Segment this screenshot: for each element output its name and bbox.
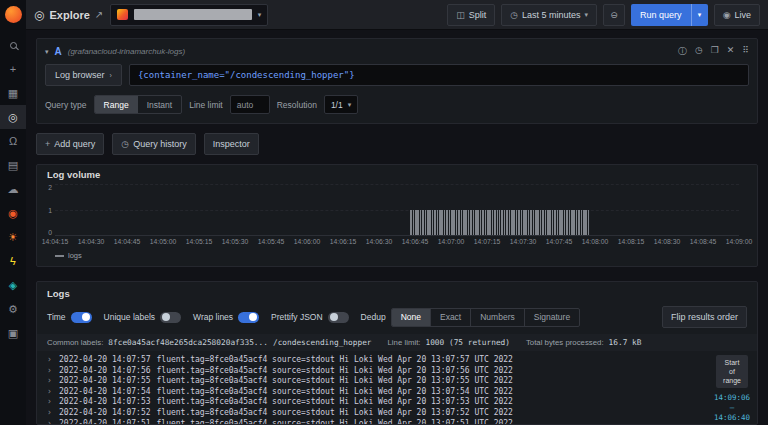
x-tick-label: 14:08:30 xyxy=(654,238,680,245)
log-row[interactable]: ›2022-04-20 14:07:55fluent.tag=8fce0a45a… xyxy=(47,376,705,387)
explore-icon[interactable]: ◎ xyxy=(0,105,26,129)
log-row[interactable]: ›2022-04-20 14:07:54fluent.tag=8fce0a45a… xyxy=(47,387,705,398)
line-limit-input[interactable]: auto xyxy=(230,95,270,114)
log-row[interactable]: ›2022-04-20 14:07:51fluent.tag=8fce0a45a… xyxy=(47,419,705,424)
incident-icon[interactable]: ☀ xyxy=(0,225,26,249)
x-tick-label: 14:05:00 xyxy=(150,238,176,245)
gridline xyxy=(55,210,739,211)
expand-chevron-icon[interactable]: › xyxy=(47,355,53,366)
performance-bolt-icon[interactable]: ϟ xyxy=(0,249,26,273)
split-button[interactable]: ◫ Split xyxy=(447,4,495,26)
common-labels-hash: 8fce0a45acf48e265dca258020af335... xyxy=(108,338,268,347)
log-line: fluent.tag=8fce0a45acf4 source=stdout Hi… xyxy=(157,366,513,377)
time-toggle[interactable] xyxy=(71,312,92,323)
live-broadcast-icon: ◉ xyxy=(723,10,731,20)
run-query-caret[interactable]: ▾ xyxy=(691,4,708,26)
loki-logo xyxy=(117,9,128,20)
dedup-control: Dedup NoneExactNumbersSignature xyxy=(361,308,581,327)
run-query-button[interactable]: Run query ▾ xyxy=(631,4,708,26)
dashboards-icon-glyph: ▦ xyxy=(8,87,18,100)
expand-chevron-icon[interactable]: › xyxy=(47,408,53,419)
query-history-button[interactable]: ◷ Query history xyxy=(112,133,195,155)
docs-icon[interactable]: ▤ xyxy=(0,153,26,177)
expand-chevron-icon[interactable]: › xyxy=(47,387,53,398)
dedup-option-numbers[interactable]: Numbers xyxy=(470,309,523,326)
dedup-option-none[interactable]: None xyxy=(392,309,430,326)
line-limit-info-label: Line limit: xyxy=(388,338,421,347)
drag-handle-icon[interactable]: ⠿ xyxy=(742,45,749,58)
explore-icon-glyph: ◎ xyxy=(8,111,18,124)
legend-label[interactable]: logs xyxy=(68,251,82,260)
log-row[interactable]: ›2022-04-20 14:07:56fluent.tag=8fce0a45a… xyxy=(47,366,705,377)
collapse-chevron-icon[interactable]: ▾ xyxy=(45,48,49,56)
prettify-json-toggle[interactable] xyxy=(328,312,349,323)
plus-icon: + xyxy=(45,139,50,149)
query-type-option-instant[interactable]: Instant xyxy=(138,96,182,113)
grafana-logo[interactable] xyxy=(5,6,22,23)
resolution-value: 1/1 xyxy=(331,100,343,110)
live-button[interactable]: ◉ Live xyxy=(714,4,760,26)
admin-icon-glyph: ▣ xyxy=(8,327,18,340)
inspector-button[interactable]: Inspector xyxy=(204,133,259,155)
alerting-bell-icon[interactable]: Ω xyxy=(0,129,26,153)
query-help-icon[interactable]: ⓘ xyxy=(678,45,687,58)
expand-chevron-icon[interactable]: › xyxy=(47,419,53,424)
flip-results-order-button[interactable]: Flip results order xyxy=(662,306,747,328)
add-query-button[interactable]: + Add query xyxy=(36,133,104,155)
x-tick-label: 14:07:15 xyxy=(474,238,500,245)
cloud-icon[interactable]: ☁ xyxy=(0,177,26,201)
common-labels: Common labels: 8fce0a45acf48e265dca25802… xyxy=(47,338,372,347)
zoom-out-time-button[interactable]: ⊖ xyxy=(603,4,625,26)
dashboards-icon[interactable]: ▦ xyxy=(0,81,26,105)
logs-nav-times[interactable]: 14:09:06 — 14:06:40 xyxy=(714,393,750,422)
share-icon[interactable]: ↗ xyxy=(95,9,103,20)
clock-icon: ◷ xyxy=(510,10,518,20)
bytes-processed-label: Total bytes processed: xyxy=(526,338,604,347)
query-options-row: Query type RangeInstant Line limit auto … xyxy=(45,95,749,114)
start-of-range-button[interactable]: Start of range xyxy=(716,355,748,388)
dedup-option-exact[interactable]: Exact xyxy=(430,309,470,326)
y-tick-label: 1 xyxy=(48,207,52,214)
expand-chevron-icon[interactable]: › xyxy=(47,397,53,408)
topbar: ◎ Explore ↗ ▾ ◫ Split ◷ Last 5 minutes ▾ xyxy=(26,0,768,30)
time-range-label: Last 5 minutes xyxy=(522,10,581,20)
x-tick-label: 14:06:30 xyxy=(366,238,392,245)
time-range-picker[interactable]: ◷ Last 5 minutes ▾ xyxy=(501,4,597,26)
dedup-option-signature[interactable]: Signature xyxy=(524,309,579,326)
nav-oldest-time[interactable]: 14:06:40 xyxy=(714,413,750,422)
log-line: fluent.tag=8fce0a45acf4 source=stdout Hi… xyxy=(157,376,513,387)
log-row[interactable]: ›2022-04-20 14:07:57fluent.tag=8fce0a45a… xyxy=(47,355,705,366)
gridline xyxy=(55,184,739,185)
query-input[interactable]: {container_name="/condescending_hopper"} xyxy=(129,64,749,86)
expand-chevron-icon[interactable]: › xyxy=(47,376,53,387)
log-browser-button[interactable]: Log browser › xyxy=(45,64,122,86)
settings-gear-icon[interactable]: ⚙ xyxy=(0,297,26,321)
zoom-out-icon: ⊖ xyxy=(610,10,618,20)
k6-icon[interactable]: ◈ xyxy=(0,273,26,297)
create-add-icon[interactable]: + xyxy=(0,57,26,81)
control-label: Prettify JSON xyxy=(271,312,322,322)
log-line: fluent.tag=8fce0a45acf4 source=stdout Hi… xyxy=(157,408,513,419)
query-history-icon[interactable]: ◷ xyxy=(695,45,703,58)
create-add-icon-glyph: + xyxy=(10,63,16,75)
x-tick-label: 14:04:30 xyxy=(78,238,104,245)
wrap-lines-toggle[interactable] xyxy=(238,312,259,323)
unique-labels-toggle[interactable] xyxy=(160,312,181,323)
admin-icon[interactable]: ▣ xyxy=(0,321,26,345)
logs-title: Logs xyxy=(37,284,757,303)
log-line: fluent.tag=8fce0a45acf4 source=stdout Hi… xyxy=(157,355,513,366)
nav-newest-time[interactable]: 14:09:06 xyxy=(714,393,750,402)
search-icon[interactable] xyxy=(0,33,26,57)
x-tick-label: 14:07:45 xyxy=(546,238,572,245)
resolution-select[interactable]: 1/1 ▾ xyxy=(324,95,358,114)
log-row[interactable]: ›2022-04-20 14:07:52fluent.tag=8fce0a45a… xyxy=(47,408,705,419)
expand-chevron-icon[interactable]: › xyxy=(47,366,53,377)
duplicate-query-icon[interactable]: ❐ xyxy=(711,45,719,58)
main-area: ◎ Explore ↗ ▾ ◫ Split ◷ Last 5 minutes ▾ xyxy=(26,0,768,425)
query-type-option-range[interactable]: Range xyxy=(95,96,138,113)
remove-query-icon[interactable]: ✕ xyxy=(727,45,735,58)
grafana-cloud-icon[interactable]: ◉ xyxy=(0,201,26,225)
x-tick-label: 14:08:00 xyxy=(582,238,608,245)
datasource-picker[interactable]: ▾ xyxy=(110,4,268,26)
log-row[interactable]: ›2022-04-20 14:07:53fluent.tag=8fce0a45a… xyxy=(47,397,705,408)
